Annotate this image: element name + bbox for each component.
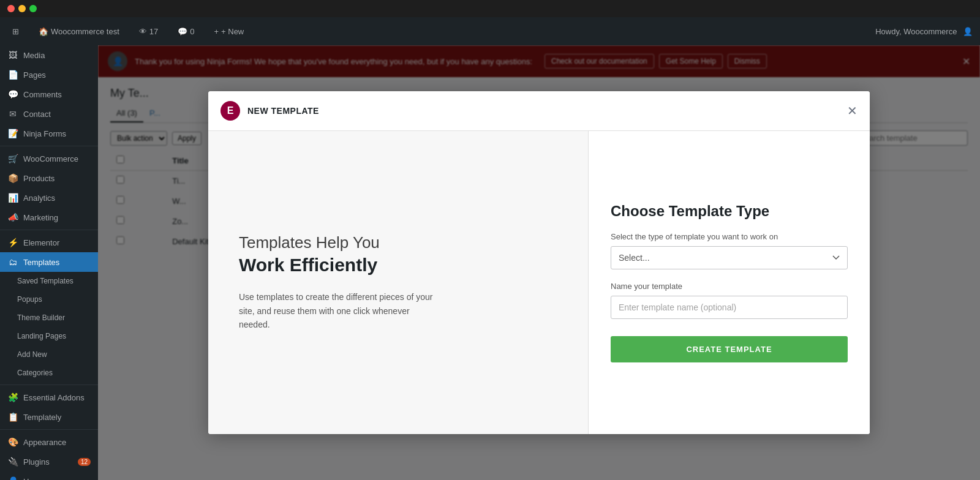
sidebar-item-templates[interactable]: 🗂 Templates [0, 252, 98, 272]
comments-item[interactable]: 💬 0 [173, 27, 199, 36]
sidebar-label-saved-templates: Saved Templates [17, 277, 74, 285]
modal-header: E NEW TEMPLATE ✕ [208, 91, 870, 131]
modal-close-btn[interactable]: ✕ [847, 105, 858, 117]
sidebar-divider-3 [0, 384, 98, 385]
site-icon: 🏠 [39, 27, 48, 36]
media-icon: 🖼 [7, 50, 18, 60]
sidebar-label-add-new: Add New [17, 350, 47, 359]
sidebar-item-ninja-forms[interactable]: 📝 Ninja Forms [0, 124, 98, 143]
sidebar-divider [0, 146, 98, 146]
modal-left-description: Use templates to create the different pi… [239, 290, 435, 331]
wp-icon: ⊞ [12, 27, 19, 36]
minimize-button[interactable] [18, 5, 26, 12]
products-icon: 📦 [7, 173, 18, 183]
avatar-icon: 👤 [963, 27, 973, 36]
sidebar-label-theme-builder: Theme Builder [17, 313, 65, 322]
analytics-icon: 📊 [7, 193, 18, 203]
sidebar-item-theme-builder[interactable]: Theme Builder [0, 309, 98, 327]
appearance-icon: 🎨 [7, 437, 18, 447]
new-template-modal: E NEW TEMPLATE ✕ Templates Help You Work… [208, 91, 870, 434]
template-type-group: Select the type of template you want to … [611, 232, 848, 269]
sidebar-label-landing-pages: Landing Pages [17, 332, 66, 340]
sidebar-item-essential-addons[interactable]: 🧩 Essential Addons [0, 388, 98, 407]
sidebar-label-analytics: Analytics [23, 193, 55, 203]
woo-icon: 🛒 [7, 154, 18, 163]
select-label: Select the type of template you want to … [611, 232, 848, 241]
main-layout: 🖼 Media 📄 Pages 💬 Comments ✉ Contact 📝 N… [0, 45, 980, 480]
sidebar-item-products[interactable]: 📦 Products [0, 168, 98, 188]
templates-icon: 🗂 [7, 257, 18, 267]
sidebar-label-marketing: Marketing [23, 213, 58, 222]
modal-title: NEW TEMPLATE [247, 106, 319, 116]
sidebar-item-appearance[interactable]: 🎨 Appearance [0, 432, 98, 452]
users-icon: 👤 [7, 476, 18, 480]
sidebar-label-comments: Comments [23, 90, 62, 99]
sidebar-item-woocommerce[interactable]: 🛒 WooCommerce [0, 149, 98, 168]
sidebar-item-elementor[interactable]: ⚡ Elementor [0, 233, 98, 252]
comments-icon: 💬 [7, 89, 18, 99]
sidebar-item-users[interactable]: 👤 Users [0, 471, 98, 480]
sidebar-label-templately: Templately [23, 413, 61, 422]
modal-right-heading: Choose Template Type [611, 203, 848, 220]
sidebar-item-contact[interactable]: ✉ Contact [0, 104, 98, 124]
fullscreen-button[interactable] [29, 5, 37, 12]
essential-addons-icon: 🧩 [7, 392, 18, 402]
sidebar-item-popups[interactable]: Popups [0, 290, 98, 309]
sidebar-label-popups: Popups [17, 295, 42, 304]
admin-bar: ⊞ 🏠 Woocommerce test 👁 17 💬 0 + + New Ho… [0, 17, 980, 45]
plugins-badge: 12 [78, 458, 91, 466]
title-bar [0, 0, 980, 17]
plus-icon: + [214, 27, 219, 36]
eye-icon: 👁 [139, 27, 147, 36]
modal-body: Templates Help You Work Efficiently Use … [208, 131, 870, 434]
modal-overlay: E NEW TEMPLATE ✕ Templates Help You Work… [98, 45, 980, 480]
howdy-text: Howdy, Woocommerce 👤 [875, 27, 973, 36]
sidebar-item-landing-pages[interactable]: Landing Pages [0, 327, 98, 345]
sidebar-label-elementor: Elementor [23, 238, 59, 247]
new-item[interactable]: + + New [209, 27, 249, 36]
sidebar-item-marketing[interactable]: 📣 Marketing [0, 208, 98, 227]
sidebar-divider-2 [0, 230, 98, 230]
sidebar-item-comments[interactable]: 💬 Comments [0, 84, 98, 104]
sidebar-label-plugins: Plugins [23, 457, 50, 467]
new-label: + New [221, 27, 244, 36]
sidebar: 🖼 Media 📄 Pages 💬 Comments ✉ Contact 📝 N… [0, 45, 98, 480]
sidebar-item-templately[interactable]: 📋 Templately [0, 407, 98, 427]
ninja-forms-icon: 📝 [7, 129, 18, 138]
sidebar-label-ninja-forms: Ninja Forms [23, 129, 66, 138]
sidebar-label-categories: Categories [17, 369, 53, 377]
sidebar-label-contact: Contact [23, 110, 51, 119]
sidebar-item-categories[interactable]: Categories [0, 364, 98, 382]
pages-icon: 📄 [7, 70, 18, 80]
template-name-input[interactable] [611, 296, 848, 319]
content-area: 👤 Thank you for using Ninja Forms! We ho… [98, 45, 980, 480]
plugins-icon: 🔌 [7, 457, 18, 467]
sidebar-label-media: Media [23, 51, 45, 60]
sidebar-label-templates: Templates [23, 258, 59, 267]
sidebar-label-appearance: Appearance [23, 438, 66, 447]
sidebar-item-add-new[interactable]: Add New [0, 345, 98, 364]
site-name-item[interactable]: 🏠 Woocommerce test [34, 27, 124, 36]
elementor-logo: E [221, 101, 240, 121]
modal-left-subtitle: Templates Help You [239, 233, 557, 252]
sidebar-item-pages[interactable]: 📄 Pages [0, 65, 98, 84]
templately-icon: 📋 [7, 412, 18, 422]
create-template-btn[interactable]: CREATE TEMPLATE [611, 336, 848, 362]
template-type-select[interactable]: Select... Page Section Single Post Singl… [611, 246, 848, 269]
view-count-item[interactable]: 👁 17 [134, 27, 163, 36]
close-button[interactable] [7, 5, 15, 12]
template-name-group: Name your template [611, 282, 848, 319]
comment-icon: 💬 [178, 27, 187, 36]
sidebar-item-media[interactable]: 🖼 Media [0, 45, 98, 65]
elementor-icon: ⚡ [7, 238, 18, 247]
marketing-icon: 📣 [7, 212, 18, 222]
traffic-lights [7, 5, 37, 12]
view-count: 17 [149, 27, 158, 36]
sidebar-item-plugins[interactable]: 🔌 Plugins 12 [0, 452, 98, 471]
contact-icon: ✉ [7, 109, 18, 119]
sidebar-label-essential-addons: Essential Addons [23, 393, 85, 402]
sidebar-item-saved-templates[interactable]: Saved Templates [0, 272, 98, 290]
wp-logo-item[interactable]: ⊞ [7, 27, 24, 36]
sidebar-item-analytics[interactable]: 📊 Analytics [0, 188, 98, 208]
modal-right-panel: Choose Template Type Select the type of … [588, 131, 870, 434]
